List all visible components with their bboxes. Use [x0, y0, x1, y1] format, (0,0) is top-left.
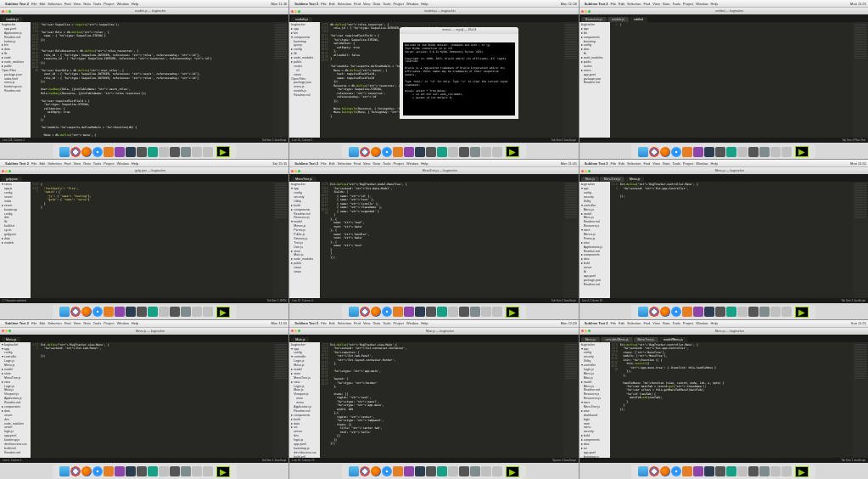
dock-gen7-icon[interactable]	[759, 466, 770, 476]
maximize-icon[interactable]	[298, 330, 300, 332]
play-button[interactable]: ▶	[506, 146, 519, 157]
maximize-icon[interactable]	[588, 170, 591, 172]
dock-gen4-icon[interactable]	[393, 466, 403, 476]
dock-gen6-icon[interactable]	[770, 466, 781, 476]
maximize-icon[interactable]	[588, 10, 591, 13]
close-icon[interactable]	[581, 10, 584, 13]
dock-gen4-icon[interactable]	[104, 466, 114, 476]
dock-gen7-icon[interactable]	[181, 466, 191, 476]
close-icon[interactable]	[2, 170, 4, 172]
menu-edit[interactable]: Edit	[39, 161, 45, 166]
menu-edit[interactable]: Edit	[619, 2, 624, 6]
menu-help[interactable]: Help	[132, 161, 138, 166]
dock-gen2-icon[interactable]	[126, 466, 136, 476]
dock-safari-icon[interactable]	[92, 466, 103, 476]
menu-goto[interactable]: Goto	[663, 321, 670, 325]
dock-firefox-icon[interactable]	[660, 466, 670, 476]
dock-gen6-icon[interactable]	[192, 307, 202, 317]
dock-chrome-icon[interactable]	[70, 147, 81, 157]
dock-finder-icon[interactable]	[349, 307, 359, 317]
code-area[interactable]: { "fontFamily": "Fira", "watch": { "js":…	[39, 182, 273, 297]
menu-goto[interactable]: Goto	[663, 161, 670, 166]
dock-gen2-icon[interactable]	[704, 307, 714, 317]
dock-gen6-icon[interactable]	[481, 307, 491, 317]
code-area[interactable]: |	[619, 22, 853, 138]
dock-gen6-icon[interactable]	[448, 307, 458, 317]
dock-gen6-icon[interactable]	[492, 147, 502, 157]
dock-safari-icon[interactable]	[671, 307, 681, 317]
dock-gen6-icon[interactable]	[159, 307, 169, 317]
maximize-icon[interactable]	[588, 330, 591, 332]
sidebar-item[interactable]: Readme.md	[290, 93, 319, 98]
code-area[interactable]: Ext.define("str">'BugTracker.controller.…	[619, 182, 853, 297]
menu-find[interactable]: Find	[64, 161, 71, 166]
play-button[interactable]: ▶	[216, 307, 230, 318]
menu-tools[interactable]: Tools	[383, 2, 390, 6]
dock-gen2-icon[interactable]	[415, 147, 425, 157]
dock-gen7-icon[interactable]	[470, 307, 480, 317]
menu-goto[interactable]: Goto	[372, 161, 380, 166]
menu-selection[interactable]: Selection	[48, 321, 61, 325]
menu-selection[interactable]: Selection	[627, 2, 641, 6]
app-menu[interactable]: Sublime Text 2	[294, 2, 318, 6]
sidebar-item[interactable]: Readme.md	[1, 451, 30, 455]
sidebar-item[interactable]: Readme.md	[580, 81, 609, 85]
menu-project[interactable]: Project	[104, 161, 114, 166]
dock-gen3-icon[interactable]	[426, 147, 436, 157]
dock-gen4-icon[interactable]	[682, 307, 692, 317]
dock-gen5-icon[interactable]	[437, 147, 447, 157]
close-icon[interactable]	[581, 330, 584, 332]
menu-edit[interactable]: Edit	[619, 161, 624, 166]
minimize-icon[interactable]	[585, 170, 587, 172]
app-menu[interactable]: Sublime Text 2	[5, 321, 29, 325]
minimize-icon[interactable]	[294, 170, 297, 172]
minimap[interactable]	[563, 22, 579, 138]
dock-gen4-icon[interactable]	[104, 147, 114, 157]
dock-gen3-icon[interactable]	[137, 307, 147, 317]
dock-finder-icon[interactable]	[349, 466, 359, 476]
menu-view[interactable]: View	[652, 161, 660, 166]
play-button[interactable]: ▶	[216, 466, 230, 477]
minimap[interactable]	[273, 22, 288, 138]
dock-gen6-icon[interactable]	[492, 466, 502, 476]
menu-project[interactable]: Project	[683, 321, 693, 325]
play-button[interactable]: ▶	[795, 307, 809, 318]
dock-gen3-icon[interactable]	[459, 307, 469, 317]
dock-gen3-icon[interactable]	[748, 307, 759, 317]
dock-gen6-icon[interactable]	[770, 307, 781, 317]
menu-view[interactable]: View	[363, 161, 371, 166]
dock-gen3-icon[interactable]	[715, 147, 725, 157]
dock-gen1-icon[interactable]	[115, 147, 125, 157]
status-right[interactable]: Tab Size 2 JSON	[266, 299, 286, 302]
status-right[interactable]: Tab Size 2 JavaScript	[552, 138, 576, 142]
dock-gen3-icon[interactable]	[715, 466, 725, 476]
dock-gen3-icon[interactable]	[459, 147, 469, 157]
dock-finder-icon[interactable]	[638, 307, 648, 317]
minimap[interactable]	[273, 182, 288, 297]
dock-gen2-icon[interactable]	[126, 147, 136, 157]
dock-safari-icon[interactable]	[92, 147, 103, 157]
menu-edit[interactable]: Edit	[329, 321, 335, 325]
dock-gen1-icon[interactable]	[404, 147, 414, 157]
sidebar-item[interactable]: dev.htaccess.css	[290, 451, 319, 455]
dock-gen6-icon[interactable]	[192, 466, 202, 476]
close-icon[interactable]	[2, 10, 4, 13]
menu-file[interactable]: File	[31, 321, 36, 325]
dock-gen6-icon[interactable]	[203, 466, 213, 476]
file-sidebar[interactable]: bugtracker▾ appconfig▾ controllerLogin.j…	[289, 342, 320, 458]
status-clock[interactable]: Mon 11:55	[271, 321, 287, 325]
dock-safari-icon[interactable]	[382, 466, 392, 476]
status-right[interactable]: Tab Size 2 JavaScript	[841, 299, 865, 302]
minimize-icon[interactable]	[5, 10, 8, 13]
dock-gen7-icon[interactable]	[759, 307, 770, 317]
dock-safari-icon[interactable]	[382, 307, 392, 317]
dock-safari-icon[interactable]	[92, 307, 103, 317]
dock-gen6-icon[interactable]	[203, 307, 213, 317]
dock-gen2-icon[interactable]	[704, 466, 714, 476]
menu-selection[interactable]: Selection	[48, 161, 61, 166]
menu-file[interactable]: File	[611, 2, 616, 6]
dock-safari-icon[interactable]	[671, 147, 681, 157]
minimize-icon[interactable]	[294, 10, 297, 13]
dock-firefox-icon[interactable]	[81, 466, 92, 476]
dock-gen1-icon[interactable]	[115, 466, 125, 476]
